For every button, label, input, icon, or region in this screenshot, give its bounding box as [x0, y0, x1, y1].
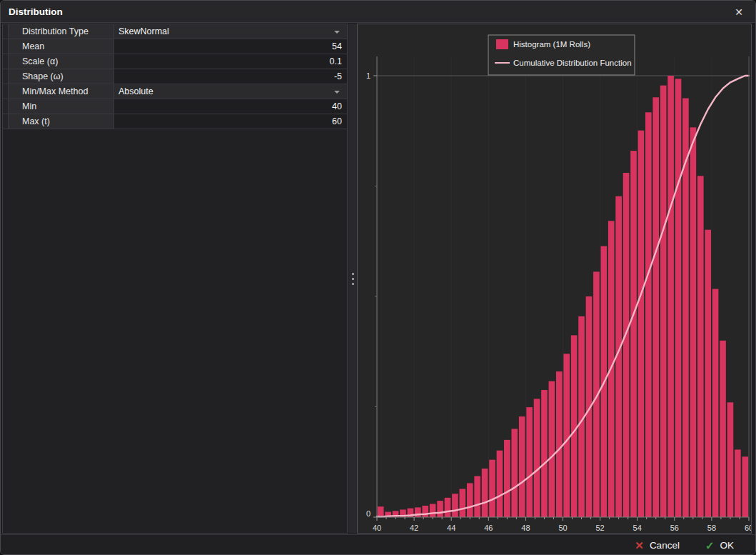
row-gutter [3, 99, 9, 114]
histogram-bar [638, 131, 645, 517]
property-value-field[interactable]: 0.1 [114, 54, 347, 69]
cancel-x-icon: ✕ [635, 539, 644, 552]
property-row-shape: Shape (ω)-5 [3, 69, 347, 84]
panel-splitter[interactable] [348, 24, 357, 534]
y-tick-label: 1 [366, 71, 371, 80]
histogram-bar [735, 449, 741, 517]
legend-histogram-swatch [496, 39, 508, 49]
row-gutter [3, 69, 9, 84]
ok-button-label: OK [720, 540, 734, 551]
title-bar: Distribution ✕ [1, 1, 755, 23]
x-tick-label: 58 [707, 524, 716, 532]
property-value-text: 40 [332, 101, 342, 111]
histogram-bar [430, 504, 436, 517]
close-icon[interactable]: ✕ [728, 4, 750, 20]
histogram-bar [549, 381, 555, 517]
chevron-down-icon [334, 31, 340, 34]
histogram-bar [645, 112, 652, 517]
cancel-button[interactable]: ✕ Cancel [635, 539, 680, 552]
property-label: Min/Max Method [9, 84, 114, 99]
property-label: Max (t) [9, 114, 114, 129]
property-dropdown[interactable]: SkewNormal [114, 24, 347, 39]
property-label: Scale (α) [9, 54, 114, 69]
property-row-distribution-type: Distribution TypeSkewNormal [3, 24, 347, 39]
x-tick-label: 52 [595, 524, 604, 532]
property-row-max-t: Max (t)60 [3, 114, 347, 129]
x-tick-label: 40 [373, 524, 381, 532]
row-gutter [3, 114, 9, 129]
histogram-bar [489, 460, 495, 517]
property-value-field[interactable]: 60 [114, 114, 347, 129]
property-value-text: SkewNormal [119, 26, 169, 36]
property-value-text: 60 [332, 116, 342, 126]
histogram-bar [437, 501, 443, 517]
property-value-text: 54 [332, 41, 342, 51]
histogram-bar [675, 79, 682, 517]
x-tick-label: 54 [633, 524, 642, 532]
ok-check-icon: ✓ [705, 539, 715, 552]
histogram-bar [727, 402, 734, 517]
property-label: Shape (ω) [9, 69, 114, 84]
histogram-bar [705, 230, 711, 517]
row-gutter [3, 24, 9, 39]
y-tick-label: 0 [366, 509, 371, 518]
chart-canvas: 404244464850525456586001Histogram (1M Ro… [358, 24, 751, 533]
histogram-bar [690, 127, 697, 517]
histogram-bar [712, 289, 719, 517]
histogram-bar [563, 354, 570, 517]
property-value-field[interactable]: 40 [114, 99, 347, 114]
histogram-bar [667, 76, 674, 517]
histogram-bar [467, 483, 473, 517]
histogram-bar [660, 86, 667, 517]
splitter-grip-dot [352, 283, 354, 285]
x-tick-label: 50 [558, 524, 567, 532]
histogram-bar [541, 390, 548, 517]
x-tick-label: 42 [410, 524, 418, 532]
property-dropdown[interactable]: Absolute [114, 84, 347, 99]
histogram-bar [452, 494, 458, 517]
splitter-grip-dot [352, 278, 354, 280]
histogram-bar [482, 469, 488, 517]
x-tick-label: 46 [484, 524, 493, 532]
distribution-dialog: Distribution ✕ Distribution TypeSkewNorm… [0, 0, 756, 555]
histogram-bar [422, 506, 428, 517]
property-value-field[interactable]: 54 [114, 39, 347, 54]
histogram-bar [511, 429, 518, 517]
histogram-bar [571, 335, 578, 517]
ok-button[interactable]: ✓ OK [705, 539, 734, 552]
property-value-text: Absolute [119, 86, 153, 96]
histogram-bar [474, 476, 480, 517]
property-label: Min [9, 99, 114, 114]
histogram-bar [742, 456, 748, 517]
legend-histogram-label: Histogram (1M Rolls) [513, 40, 590, 49]
histogram-bar [504, 440, 510, 517]
legend-cdf-label: Cumulative Distribution Function [513, 59, 632, 67]
property-row-scale: Scale (α)0.1 [3, 54, 347, 69]
property-grid: Distribution TypeSkewNormalMean54Scale (… [2, 24, 348, 534]
cancel-button-label: Cancel [650, 540, 680, 551]
histogram-bar [415, 507, 421, 517]
row-gutter [3, 84, 9, 99]
property-value-field[interactable]: -5 [114, 69, 347, 84]
property-row-min-max-method: Min/Max MethodAbsolute [3, 84, 347, 99]
splitter-grip-dot [352, 273, 354, 275]
histogram-bar [720, 341, 726, 517]
x-tick-label: 44 [447, 524, 455, 532]
property-value-text: -5 [334, 71, 342, 81]
chevron-down-icon [334, 91, 340, 94]
histogram-bar [526, 407, 533, 517]
property-row-mean: Mean54 [3, 39, 347, 54]
histogram-bar [630, 151, 637, 517]
row-gutter [3, 54, 9, 69]
histogram-bar [497, 451, 503, 517]
dialog-title: Distribution [1, 6, 63, 17]
distribution-chart[interactable]: 404244464850525456586001Histogram (1M Ro… [357, 24, 752, 534]
histogram-bar [519, 416, 525, 517]
x-tick-label: 48 [521, 524, 530, 532]
histogram-bar [460, 489, 466, 517]
property-row-min: Min40 [3, 99, 347, 114]
x-tick-label: 56 [670, 524, 679, 532]
x-tick-label: 60 [745, 524, 751, 532]
histogram-bar [534, 399, 540, 517]
row-gutter [3, 39, 9, 54]
